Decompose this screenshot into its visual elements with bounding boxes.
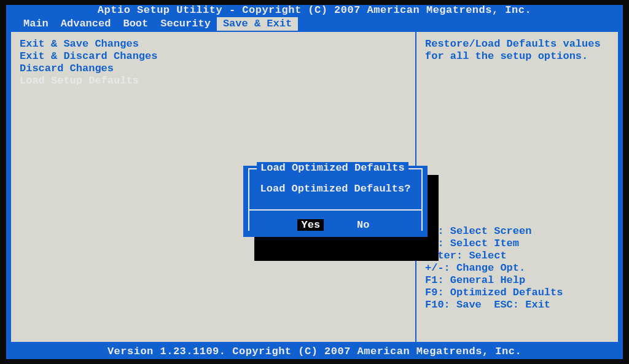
bios-screen: Aptio Setup Utility - Copyright (C) 2007… [6, 5, 623, 359]
title-bar: Aptio Setup Utility - Copyright (C) 2007… [6, 5, 623, 17]
hint-select-item: ↑↓: Select Item [425, 238, 609, 250]
menu-bar: Main Advanced Boot Security Save & Exit [6, 17, 623, 31]
dialog-message: Load Optimized Defaults? [249, 169, 421, 203]
footer-bar: Version 1.23.1109. Copyright (C) 2007 Am… [6, 346, 623, 359]
content-area: Exit & Save Changes Exit & Discard Chang… [10, 31, 619, 343]
hint-general-help: F1: General Help [425, 274, 609, 287]
hint-change-opt: +/-: Change Opt. [425, 262, 609, 274]
hint-enter: Enter: Select [425, 250, 609, 262]
menu-boot[interactable]: Boot [117, 17, 154, 31]
key-hints: →←: Select Screen ↑↓: Select Item Enter:… [425, 225, 609, 311]
footer-text: Version 1.23.1109. Copyright (C) 2007 Am… [107, 346, 522, 357]
menu-save-exit[interactable]: Save & Exit [217, 17, 298, 31]
help-text: Restore/Load Defaults values for all the… [425, 38, 609, 63]
dialog-title: Load Optimized Defaults [257, 162, 408, 174]
menu-advanced[interactable]: Advanced [55, 17, 117, 31]
hint-optimized-defaults: F9: Optimized Defaults [425, 287, 609, 299]
dialog-frame: Load Optimized Defaults Load Optimized D… [248, 168, 423, 209]
help-line: for all the setup options. [425, 50, 609, 63]
help-pane: Restore/Load Defaults values for all the… [415, 31, 619, 343]
confirm-dialog: Load Optimized Defaults Load Optimized D… [243, 166, 428, 237]
menu-security[interactable]: Security [154, 17, 217, 31]
hint-select-screen: →←: Select Screen [425, 225, 609, 238]
option-load-defaults[interactable]: Load Setup Defaults [20, 75, 407, 87]
option-exit-save[interactable]: Exit & Save Changes [20, 38, 407, 50]
option-discard[interactable]: Discard Changes [20, 63, 407, 75]
dialog-no-button[interactable]: No [353, 219, 373, 231]
help-line: Restore/Load Defaults values [425, 38, 609, 50]
dialog-buttons: Yes No [248, 211, 423, 231]
app-title: Aptio Setup Utility - Copyright (C) 2007… [98, 4, 531, 16]
option-exit-discard[interactable]: Exit & Discard Changes [20, 50, 407, 63]
hint-save-exit: F10: Save ESC: Exit [425, 299, 609, 311]
dialog-yes-button[interactable]: Yes [297, 219, 324, 231]
menu-main[interactable]: Main [17, 17, 55, 31]
